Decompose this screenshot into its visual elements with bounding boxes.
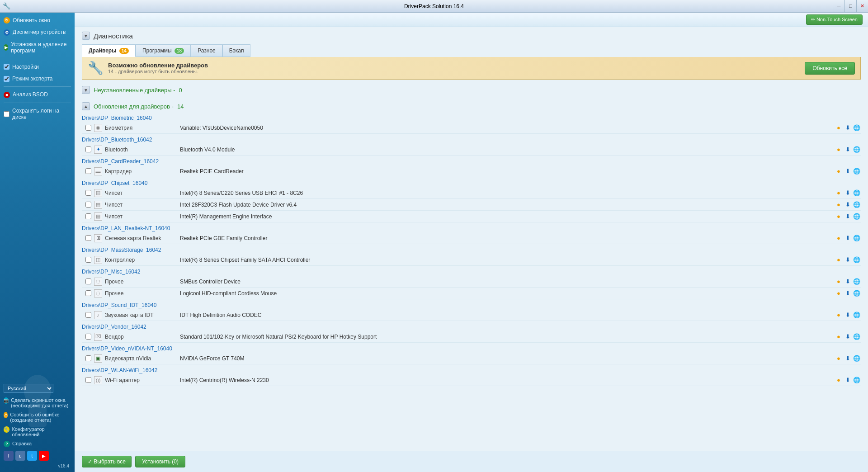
- driver-checkbox[interactable]: [85, 168, 91, 174]
- sidebar-item-save-logs[interactable]: Сохранять логи на диске: [0, 105, 75, 123]
- driver-row[interactable]: ♪Звуковая карта IDTIDT High Definition A…: [82, 309, 861, 321]
- uninstalled-collapse-button[interactable]: ▼: [82, 86, 90, 94]
- sidebar-item-help[interactable]: ? Справка: [4, 439, 71, 449]
- driver-checkbox[interactable]: [85, 334, 91, 340]
- minimize-button[interactable]: ─: [833, 0, 844, 12]
- driver-checkbox[interactable]: [85, 355, 91, 361]
- twitter-icon[interactable]: t: [27, 451, 37, 461]
- sidebar-item-settings[interactable]: Настройки: [0, 61, 75, 73]
- driver-download-icon[interactable]: ⬇: [844, 376, 852, 384]
- sidebar-item-bsod[interactable]: ■ Анализ BSOD: [0, 89, 75, 100]
- facebook-icon[interactable]: f: [4, 451, 14, 461]
- sidebar-item-expert[interactable]: Режим эксперта: [0, 73, 75, 85]
- driver-status-icon[interactable]: ●: [835, 333, 843, 341]
- driver-web-icon[interactable]: 🌐: [853, 256, 861, 264]
- sidebar-item-screenshot[interactable]: 📷 Сделать скриншот окна (необходимо для …: [4, 396, 71, 410]
- driver-status-icon[interactable]: ●: [835, 376, 843, 384]
- driver-download-icon[interactable]: ⬇: [844, 256, 852, 264]
- driver-status-icon[interactable]: ●: [835, 146, 843, 154]
- tab-misc[interactable]: Разное: [191, 44, 222, 57]
- driver-web-icon[interactable]: 🌐: [853, 234, 861, 242]
- driver-download-icon[interactable]: ⬇: [844, 311, 852, 319]
- driver-row[interactable]: ▤ЧипсетIntel(R) 8 Series/C220 Series USB…: [82, 187, 861, 199]
- driver-checkbox[interactable]: [85, 235, 91, 241]
- driver-group-link-lan[interactable]: Drivers\DP_LAN_Realtek-NT_16040: [82, 224, 861, 232]
- driver-checkbox[interactable]: [85, 190, 91, 196]
- driver-status-icon[interactable]: ●: [835, 354, 843, 363]
- diagnostics-collapse-button[interactable]: ▼: [82, 32, 90, 40]
- driver-group-link-bluetooth[interactable]: Drivers\DP_Bluetooth_16042: [82, 136, 861, 144]
- driver-web-icon[interactable]: 🌐: [853, 354, 861, 363]
- driver-status-icon[interactable]: ●: [835, 278, 843, 286]
- select-all-button[interactable]: ✓ Выбрать все: [82, 456, 132, 467]
- non-touch-button[interactable]: ✏ Non-Touch Screen: [806, 14, 863, 25]
- sidebar-item-device-manager[interactable]: ⚙ Диспетчер устройств: [0, 26, 75, 38]
- driver-status-icon[interactable]: ●: [835, 311, 843, 319]
- sidebar-item-update[interactable]: ↻ Обновить окно: [0, 14, 75, 26]
- driver-download-icon[interactable]: ⬇: [844, 234, 852, 242]
- youtube-icon[interactable]: ▶: [39, 451, 49, 461]
- driver-web-icon[interactable]: 🌐: [853, 311, 861, 319]
- driver-web-icon[interactable]: 🌐: [853, 289, 861, 297]
- driver-status-icon[interactable]: ●: [835, 189, 843, 197]
- tab-programs[interactable]: Программы 18: [136, 44, 191, 57]
- driver-web-icon[interactable]: 🌐: [853, 376, 861, 384]
- install-button[interactable]: Установить (0): [135, 456, 185, 467]
- driver-group-link-misc[interactable]: Drivers\DP_Misc_16042: [82, 268, 861, 276]
- close-button[interactable]: ✕: [856, 0, 868, 12]
- driver-status-icon[interactable]: ●: [835, 234, 843, 242]
- language-select[interactable]: Русский English: [4, 384, 53, 393]
- driver-checkbox[interactable]: [85, 377, 91, 383]
- save-logs-checkbox[interactable]: [4, 111, 9, 117]
- maximize-button[interactable]: □: [844, 0, 856, 12]
- driver-web-icon[interactable]: 🌐: [853, 189, 861, 197]
- driver-web-icon[interactable]: 🌐: [853, 333, 861, 341]
- updates-collapse-button[interactable]: ▲: [82, 102, 90, 110]
- driver-group-link-cardreader[interactable]: Drivers\DP_CardReader_16042: [82, 157, 861, 165]
- driver-checkbox[interactable]: [85, 290, 91, 296]
- driver-row[interactable]: ◫КонтроллерIntel(R) 8 Series Chipset Fam…: [82, 254, 861, 266]
- driver-status-icon[interactable]: ●: [835, 124, 843, 132]
- sidebar-item-install-remove[interactable]: ▶ Установка и удаление программ: [0, 38, 75, 57]
- driver-web-icon[interactable]: 🌐: [853, 201, 861, 209]
- driver-row[interactable]: ▤ЧипсетIntel 28F320C3 Flash Update Devic…: [82, 199, 861, 211]
- settings-checkbox[interactable]: [4, 64, 9, 70]
- driver-group-link-vendor[interactable]: Drivers\DP_Vendor_16042: [82, 323, 861, 331]
- driver-row[interactable]: ◌ПрочееSMBus Controller Device●⬇🌐: [82, 276, 861, 288]
- driver-checkbox[interactable]: [85, 202, 91, 208]
- driver-web-icon[interactable]: 🌐: [853, 146, 861, 154]
- driver-checkbox[interactable]: [85, 213, 91, 219]
- driver-row[interactable]: ▬КартридерRealtek PCIE CardReader●⬇🌐: [82, 165, 861, 177]
- driver-web-icon[interactable]: 🌐: [853, 124, 861, 132]
- driver-download-icon[interactable]: ⬇: [844, 212, 852, 221]
- driver-checkbox[interactable]: [85, 257, 91, 263]
- driver-row[interactable]: ⊞Сетевая карта RealtekRealtek PCIe GBE F…: [82, 232, 861, 244]
- driver-status-icon[interactable]: ●: [835, 256, 843, 264]
- driver-download-icon[interactable]: ⬇: [844, 189, 852, 197]
- driver-row[interactable]: ✦BluetoothBluetooth V4.0 Module●⬇🌐: [82, 144, 861, 156]
- driver-web-icon[interactable]: 🌐: [853, 278, 861, 286]
- driver-row[interactable]: ▣Видеокарта nVidiaNVIDIA GeForce GT 740M…: [82, 353, 861, 364]
- driver-download-icon[interactable]: ⬇: [844, 167, 852, 175]
- sidebar-item-report-bug[interactable]: ⚠ Сообщить об ошибке (создание отчета): [4, 410, 71, 425]
- driver-download-icon[interactable]: ⬇: [844, 333, 852, 341]
- driver-download-icon[interactable]: ⬇: [844, 278, 852, 286]
- driver-row[interactable]: )))Wi-Fi адаптерIntel(R) Centrino(R) Wir…: [82, 374, 861, 386]
- vk-icon[interactable]: в: [15, 451, 25, 461]
- sidebar-item-config[interactable]: 🔧 Конфигуратор обновлений: [4, 425, 71, 439]
- driver-row[interactable]: ◌ПрочееLogicool HID-compliant Cordless M…: [82, 288, 861, 299]
- driver-status-icon[interactable]: ●: [835, 289, 843, 297]
- driver-checkbox[interactable]: [85, 146, 91, 152]
- driver-group-link-wlan[interactable]: Drivers\DP_WLAN-WiFi_16042: [82, 366, 861, 374]
- driver-row[interactable]: ⌧ВендорStandard 101/102-Key or Microsoft…: [82, 331, 861, 343]
- driver-status-icon[interactable]: ●: [835, 201, 843, 209]
- driver-row[interactable]: ▤ЧипсетIntel(R) Management Engine Interf…: [82, 211, 861, 222]
- driver-group-link-massstorage[interactable]: Drivers\DP_MassStorage_16042: [82, 246, 861, 254]
- tab-drivers[interactable]: Драйверы 14: [82, 44, 136, 57]
- driver-web-icon[interactable]: 🌐: [853, 167, 861, 175]
- driver-download-icon[interactable]: ⬇: [844, 289, 852, 297]
- driver-group-link-biometric[interactable]: Drivers\DP_Biometric_16040: [82, 114, 861, 122]
- expert-checkbox[interactable]: [4, 76, 9, 82]
- driver-group-link-sound[interactable]: Drivers\DP_Sound_IDT_16040: [82, 301, 861, 309]
- driver-group-link-chipset[interactable]: Drivers\DP_Chipset_16040: [82, 179, 861, 187]
